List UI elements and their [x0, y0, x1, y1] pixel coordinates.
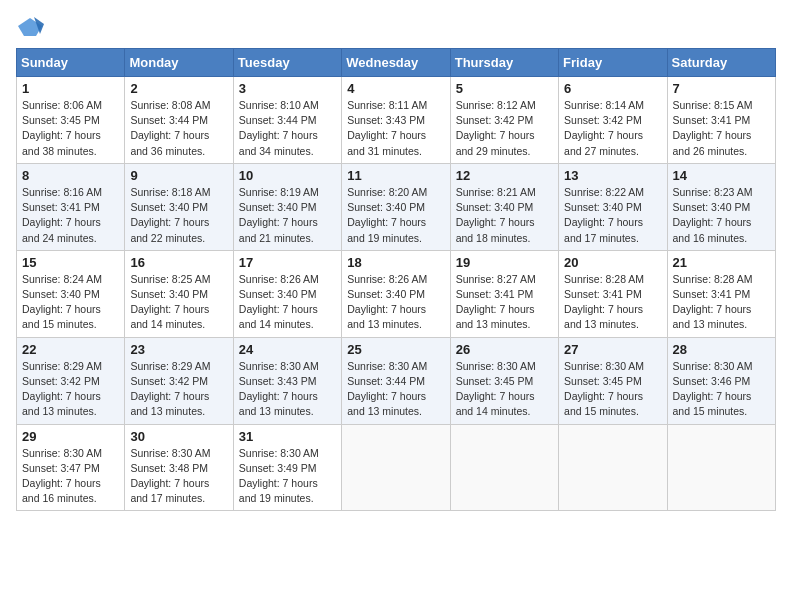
calendar-cell: 30Sunrise: 8:30 AM Sunset: 3:48 PM Dayli…	[125, 424, 233, 511]
calendar-cell: 9Sunrise: 8:18 AM Sunset: 3:40 PM Daylig…	[125, 163, 233, 250]
day-number: 16	[130, 255, 227, 270]
day-info: Sunrise: 8:15 AM Sunset: 3:41 PM Dayligh…	[673, 99, 753, 157]
weekday-header: Friday	[559, 49, 667, 77]
calendar-cell: 17Sunrise: 8:26 AM Sunset: 3:40 PM Dayli…	[233, 250, 341, 337]
calendar-cell: 31Sunrise: 8:30 AM Sunset: 3:49 PM Dayli…	[233, 424, 341, 511]
day-info: Sunrise: 8:30 AM Sunset: 3:49 PM Dayligh…	[239, 447, 319, 505]
day-number: 26	[456, 342, 553, 357]
calendar-cell: 7Sunrise: 8:15 AM Sunset: 3:41 PM Daylig…	[667, 77, 775, 164]
calendar-cell: 8Sunrise: 8:16 AM Sunset: 3:41 PM Daylig…	[17, 163, 125, 250]
calendar-cell: 10Sunrise: 8:19 AM Sunset: 3:40 PM Dayli…	[233, 163, 341, 250]
calendar-cell	[450, 424, 558, 511]
day-number: 6	[564, 81, 661, 96]
day-info: Sunrise: 8:16 AM Sunset: 3:41 PM Dayligh…	[22, 186, 102, 244]
day-info: Sunrise: 8:30 AM Sunset: 3:43 PM Dayligh…	[239, 360, 319, 418]
calendar-cell: 29Sunrise: 8:30 AM Sunset: 3:47 PM Dayli…	[17, 424, 125, 511]
calendar-cell: 16Sunrise: 8:25 AM Sunset: 3:40 PM Dayli…	[125, 250, 233, 337]
calendar-cell: 21Sunrise: 8:28 AM Sunset: 3:41 PM Dayli…	[667, 250, 775, 337]
day-number: 9	[130, 168, 227, 183]
day-number: 22	[22, 342, 119, 357]
day-number: 13	[564, 168, 661, 183]
day-number: 23	[130, 342, 227, 357]
day-info: Sunrise: 8:26 AM Sunset: 3:40 PM Dayligh…	[239, 273, 319, 331]
day-info: Sunrise: 8:08 AM Sunset: 3:44 PM Dayligh…	[130, 99, 210, 157]
calendar-cell: 27Sunrise: 8:30 AM Sunset: 3:45 PM Dayli…	[559, 337, 667, 424]
day-info: Sunrise: 8:23 AM Sunset: 3:40 PM Dayligh…	[673, 186, 753, 244]
day-number: 2	[130, 81, 227, 96]
day-number: 14	[673, 168, 770, 183]
calendar-cell: 24Sunrise: 8:30 AM Sunset: 3:43 PM Dayli…	[233, 337, 341, 424]
logo-icon	[16, 16, 44, 38]
day-info: Sunrise: 8:30 AM Sunset: 3:46 PM Dayligh…	[673, 360, 753, 418]
calendar-cell: 22Sunrise: 8:29 AM Sunset: 3:42 PM Dayli…	[17, 337, 125, 424]
day-info: Sunrise: 8:21 AM Sunset: 3:40 PM Dayligh…	[456, 186, 536, 244]
calendar-cell: 11Sunrise: 8:20 AM Sunset: 3:40 PM Dayli…	[342, 163, 450, 250]
day-number: 18	[347, 255, 444, 270]
calendar-cell: 2Sunrise: 8:08 AM Sunset: 3:44 PM Daylig…	[125, 77, 233, 164]
day-info: Sunrise: 8:14 AM Sunset: 3:42 PM Dayligh…	[564, 99, 644, 157]
day-info: Sunrise: 8:12 AM Sunset: 3:42 PM Dayligh…	[456, 99, 536, 157]
day-info: Sunrise: 8:19 AM Sunset: 3:40 PM Dayligh…	[239, 186, 319, 244]
day-info: Sunrise: 8:30 AM Sunset: 3:44 PM Dayligh…	[347, 360, 427, 418]
day-number: 10	[239, 168, 336, 183]
day-number: 5	[456, 81, 553, 96]
calendar-cell	[342, 424, 450, 511]
calendar-cell: 28Sunrise: 8:30 AM Sunset: 3:46 PM Dayli…	[667, 337, 775, 424]
day-number: 12	[456, 168, 553, 183]
day-info: Sunrise: 8:28 AM Sunset: 3:41 PM Dayligh…	[564, 273, 644, 331]
day-info: Sunrise: 8:30 AM Sunset: 3:47 PM Dayligh…	[22, 447, 102, 505]
day-number: 24	[239, 342, 336, 357]
calendar-cell: 14Sunrise: 8:23 AM Sunset: 3:40 PM Dayli…	[667, 163, 775, 250]
day-number: 21	[673, 255, 770, 270]
day-number: 28	[673, 342, 770, 357]
day-number: 8	[22, 168, 119, 183]
weekday-header: Sunday	[17, 49, 125, 77]
calendar-cell: 18Sunrise: 8:26 AM Sunset: 3:40 PM Dayli…	[342, 250, 450, 337]
day-info: Sunrise: 8:30 AM Sunset: 3:45 PM Dayligh…	[564, 360, 644, 418]
day-info: Sunrise: 8:30 AM Sunset: 3:48 PM Dayligh…	[130, 447, 210, 505]
day-number: 20	[564, 255, 661, 270]
day-number: 29	[22, 429, 119, 444]
calendar-cell: 19Sunrise: 8:27 AM Sunset: 3:41 PM Dayli…	[450, 250, 558, 337]
calendar-cell: 12Sunrise: 8:21 AM Sunset: 3:40 PM Dayli…	[450, 163, 558, 250]
day-number: 7	[673, 81, 770, 96]
day-number: 17	[239, 255, 336, 270]
calendar-cell: 4Sunrise: 8:11 AM Sunset: 3:43 PM Daylig…	[342, 77, 450, 164]
day-info: Sunrise: 8:26 AM Sunset: 3:40 PM Dayligh…	[347, 273, 427, 331]
day-number: 27	[564, 342, 661, 357]
day-number: 25	[347, 342, 444, 357]
calendar-cell: 3Sunrise: 8:10 AM Sunset: 3:44 PM Daylig…	[233, 77, 341, 164]
day-info: Sunrise: 8:29 AM Sunset: 3:42 PM Dayligh…	[22, 360, 102, 418]
day-number: 30	[130, 429, 227, 444]
day-number: 19	[456, 255, 553, 270]
calendar-cell: 20Sunrise: 8:28 AM Sunset: 3:41 PM Dayli…	[559, 250, 667, 337]
day-info: Sunrise: 8:28 AM Sunset: 3:41 PM Dayligh…	[673, 273, 753, 331]
day-number: 1	[22, 81, 119, 96]
day-number: 15	[22, 255, 119, 270]
day-info: Sunrise: 8:11 AM Sunset: 3:43 PM Dayligh…	[347, 99, 427, 157]
calendar-cell: 1Sunrise: 8:06 AM Sunset: 3:45 PM Daylig…	[17, 77, 125, 164]
calendar-cell: 25Sunrise: 8:30 AM Sunset: 3:44 PM Dayli…	[342, 337, 450, 424]
day-number: 3	[239, 81, 336, 96]
calendar-cell: 23Sunrise: 8:29 AM Sunset: 3:42 PM Dayli…	[125, 337, 233, 424]
calendar-cell	[667, 424, 775, 511]
day-info: Sunrise: 8:06 AM Sunset: 3:45 PM Dayligh…	[22, 99, 102, 157]
calendar-cell: 13Sunrise: 8:22 AM Sunset: 3:40 PM Dayli…	[559, 163, 667, 250]
day-info: Sunrise: 8:18 AM Sunset: 3:40 PM Dayligh…	[130, 186, 210, 244]
day-info: Sunrise: 8:22 AM Sunset: 3:40 PM Dayligh…	[564, 186, 644, 244]
day-info: Sunrise: 8:27 AM Sunset: 3:41 PM Dayligh…	[456, 273, 536, 331]
weekday-header: Wednesday	[342, 49, 450, 77]
calendar-cell: 6Sunrise: 8:14 AM Sunset: 3:42 PM Daylig…	[559, 77, 667, 164]
day-info: Sunrise: 8:10 AM Sunset: 3:44 PM Dayligh…	[239, 99, 319, 157]
calendar-cell: 15Sunrise: 8:24 AM Sunset: 3:40 PM Dayli…	[17, 250, 125, 337]
header	[16, 16, 776, 38]
day-number: 31	[239, 429, 336, 444]
weekday-header: Saturday	[667, 49, 775, 77]
logo	[16, 16, 48, 38]
weekday-header: Thursday	[450, 49, 558, 77]
calendar-cell	[559, 424, 667, 511]
day-info: Sunrise: 8:29 AM Sunset: 3:42 PM Dayligh…	[130, 360, 210, 418]
weekday-header: Monday	[125, 49, 233, 77]
calendar-cell: 26Sunrise: 8:30 AM Sunset: 3:45 PM Dayli…	[450, 337, 558, 424]
weekday-header: Tuesday	[233, 49, 341, 77]
